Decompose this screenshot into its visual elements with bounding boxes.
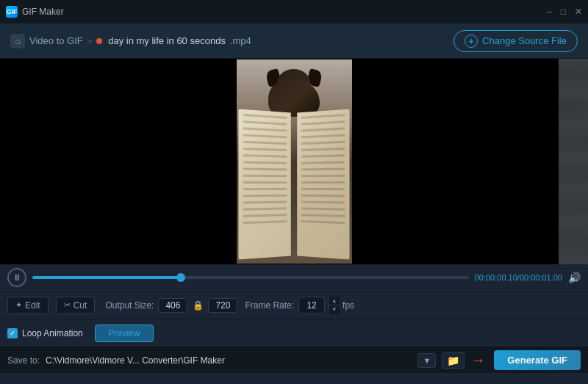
arrow-indicator: → — [470, 352, 485, 369]
fps-input-row: ▲ ▼ fps — [298, 297, 354, 314]
breadcrumb-filename: day in my life in 60 seconds — [108, 35, 226, 46]
change-source-button[interactable]: + Change Source File — [453, 30, 578, 52]
loop-animation-checkbox[interactable]: ✓ — [7, 328, 18, 338]
volume-icon[interactable]: 🔊 — [568, 272, 581, 283]
fps-up-arrow[interactable]: ▲ — [329, 297, 340, 306]
edit-icon: ✦ — [15, 300, 22, 310]
breadcrumb-section: Video to GIF — [29, 35, 83, 46]
loop-animation-row: ✓ Loop Animation Preview — [0, 319, 588, 347]
video-thumbnail — [237, 59, 352, 264]
video-frame — [237, 59, 352, 264]
app-icon: GIF — [6, 6, 18, 18]
home-icon[interactable]: ⌂ — [10, 34, 25, 48]
breadcrumb-separator: > — [87, 37, 92, 46]
save-bar: Save to: C:\Vidmore\Vidmore V... Convert… — [0, 347, 588, 373]
edit-button[interactable]: ✦ Edit — [7, 297, 49, 314]
progress-fill — [32, 276, 181, 279]
progress-bar[interactable] — [32, 276, 469, 279]
fps-input[interactable] — [298, 297, 325, 314]
output-size-group: Output Size: 🔒 — [105, 298, 237, 313]
plus-circle-icon: + — [465, 35, 478, 48]
save-to-label: Save to: — [7, 355, 40, 366]
breadcrumb: ⌂ Video to GIF > day in my life in 60 se… — [10, 34, 251, 48]
framerate-label: Frame Rate: — [245, 300, 294, 311]
header: ⌂ Video to GIF > day in my life in 60 se… — [0, 23, 588, 59]
fps-stepper: ▲ ▼ — [328, 297, 340, 314]
title-bar-left: GIF GIF Maker — [6, 6, 64, 18]
edit-label: Edit — [25, 300, 40, 311]
fps-unit-label: fps — [343, 300, 354, 311]
breadcrumb-extension: .mp4 — [230, 35, 251, 46]
time-display: 00:00:00.10/00:00:01.00 — [475, 273, 562, 282]
output-size-label: Output Size: — [105, 300, 154, 311]
cut-icon: ✂ — [64, 300, 71, 310]
open-folder-button[interactable]: 📁 — [442, 352, 465, 369]
change-source-label: Change Source File — [482, 35, 567, 46]
play-pause-button[interactable]: ⏸ — [7, 268, 26, 287]
progress-thumb — [176, 273, 185, 282]
book-right-page — [297, 109, 349, 259]
loop-animation-label: Loop Animation — [22, 328, 83, 338]
lock-icon[interactable]: 🔒 — [192, 300, 204, 311]
framerate-group: Frame Rate: ▲ ▼ fps — [245, 297, 354, 314]
save-path-display: C:\Vidmore\Vidmore V... Converter\GIF Ma… — [46, 355, 412, 366]
loop-animation-checkbox-group: ✓ Loop Animation — [7, 328, 83, 338]
window-controls: – □ ✕ — [547, 7, 582, 17]
playback-controls: ⏸ 00:00:00.10/00:00:01.00 🔊 — [0, 264, 588, 291]
maximize-button[interactable]: □ — [561, 7, 566, 17]
generate-gif-button[interactable]: Generate GIF — [494, 350, 581, 370]
checkbox-checkmark: ✓ — [10, 329, 15, 337]
cut-label: Cut — [74, 300, 87, 311]
minimize-button[interactable]: – — [547, 7, 552, 17]
book-spread — [239, 111, 349, 258]
edit-controls-bar: ✦ Edit ✂ Cut Output Size: 🔒 Frame Rate: … — [0, 291, 588, 319]
cut-button[interactable]: ✂ Cut — [56, 297, 96, 314]
preview-button[interactable]: Preview — [95, 325, 154, 342]
file-dot — [96, 38, 102, 44]
height-input[interactable] — [208, 298, 237, 313]
blinds-background — [559, 59, 588, 264]
book-left-page — [238, 109, 290, 259]
title-bar: GIF GIF Maker – □ ✕ — [0, 0, 588, 23]
width-input[interactable] — [158, 298, 187, 313]
app-title: GIF Maker — [22, 7, 64, 17]
video-area — [0, 59, 588, 264]
fps-down-arrow[interactable]: ▼ — [329, 305, 340, 314]
save-dropdown-button[interactable]: ▼ — [417, 353, 436, 368]
close-button[interactable]: ✕ — [575, 7, 582, 17]
